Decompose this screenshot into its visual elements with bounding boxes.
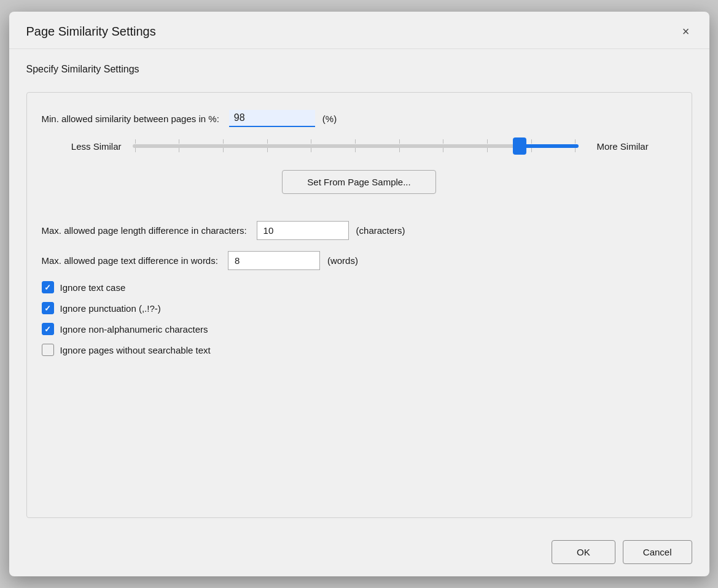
- slider-row: Less Similar: [42, 139, 677, 153]
- ignore-text-case-label: Ignore text case: [60, 282, 126, 293]
- checkbox-row-1: Ignore punctuation (,.!?-): [42, 302, 677, 314]
- slider-right-label: More Similar: [597, 141, 677, 152]
- dialog-body: Specify Similarity Settings Min. allowed…: [9, 49, 709, 530]
- dialog: Page Similarity Settings × Specify Simil…: [9, 12, 709, 576]
- ignore-text-case-checkbox[interactable]: [42, 281, 54, 293]
- tick: [223, 148, 224, 152]
- slider-left-label: Less Similar: [42, 141, 122, 152]
- checkbox-row-0: Ignore text case: [42, 281, 677, 293]
- length-row: Max. allowed page length difference in c…: [42, 221, 677, 240]
- ignore-no-searchable-label: Ignore pages without searchable text: [60, 345, 211, 355]
- tick: [399, 148, 400, 152]
- tick: [443, 148, 443, 152]
- ignore-nonalpha-checkbox[interactable]: [42, 323, 54, 335]
- words-input[interactable]: [228, 251, 320, 270]
- ok-button[interactable]: OK: [552, 540, 615, 564]
- similarity-unit: (%): [322, 114, 337, 124]
- length-input[interactable]: [257, 221, 349, 240]
- ignore-punctuation-checkbox[interactable]: [42, 302, 54, 314]
- set-sample-row: Set From Page Sample...: [42, 170, 677, 194]
- tick: [311, 148, 311, 152]
- title-bar: Page Similarity Settings ×: [9, 12, 709, 49]
- similarity-label: Min. allowed similarity between pages in…: [42, 114, 219, 124]
- words-unit: (words): [327, 255, 358, 266]
- cancel-button[interactable]: Cancel: [623, 540, 692, 564]
- ignore-nonalpha-label: Ignore non-alphanumeric characters: [60, 324, 208, 335]
- slider-container: [133, 139, 579, 153]
- tick: [179, 148, 179, 152]
- slider-ticks-bottom: [133, 148, 579, 153]
- dialog-footer: OK Cancel: [9, 530, 709, 576]
- checkbox-row-2: Ignore non-alphanumeric characters: [42, 323, 677, 335]
- words-label: Max. allowed page text difference in wor…: [42, 255, 218, 266]
- dialog-title: Page Similarity Settings: [26, 25, 156, 39]
- tick: [267, 148, 268, 152]
- tick: [135, 148, 136, 152]
- tick: [575, 148, 576, 152]
- set-sample-button[interactable]: Set From Page Sample...: [282, 170, 435, 194]
- length-label: Max. allowed page length difference in c…: [42, 225, 247, 236]
- similarity-input[interactable]: [229, 110, 315, 127]
- length-unit: (characters): [356, 225, 405, 236]
- checkbox-row-3: Ignore pages without searchable text: [42, 344, 677, 356]
- ignore-no-searchable-checkbox[interactable]: [42, 344, 54, 356]
- tick: [531, 148, 532, 152]
- similarity-row: Min. allowed similarity between pages in…: [42, 110, 677, 127]
- section-title: Specify Similarity Settings: [26, 64, 692, 75]
- tick: [355, 148, 356, 152]
- form-section: Min. allowed similarity between pages in…: [26, 92, 692, 518]
- words-row: Max. allowed page text difference in wor…: [42, 251, 677, 270]
- close-button[interactable]: ×: [677, 23, 695, 40]
- ignore-punctuation-label: Ignore punctuation (,.!?-): [60, 303, 161, 314]
- tick: [487, 148, 488, 152]
